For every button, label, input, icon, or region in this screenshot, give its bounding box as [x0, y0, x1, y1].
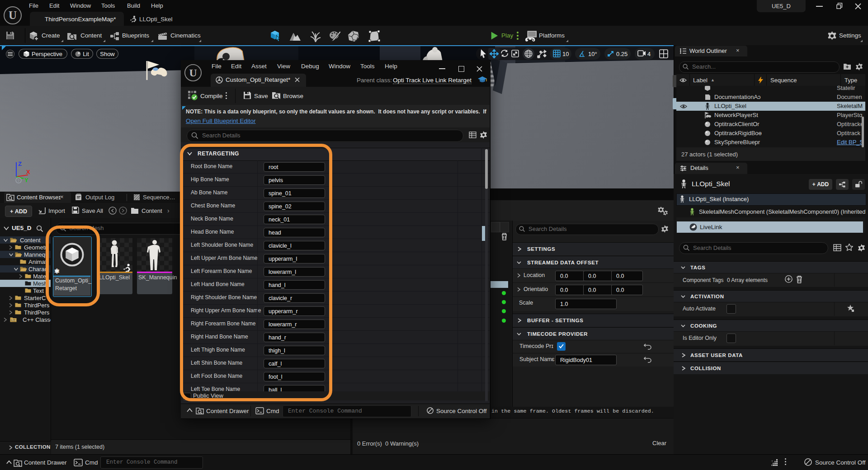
svg-text:?: ?: [17, 179, 19, 183]
svg-text:X: X: [26, 169, 30, 175]
svg-text:U: U: [9, 9, 17, 21]
svg-text:Y: Y: [24, 177, 28, 183]
svg-text:C++: C++: [12, 319, 16, 321]
svg-text:Z: Z: [18, 160, 22, 167]
svg-text:U: U: [189, 67, 197, 79]
